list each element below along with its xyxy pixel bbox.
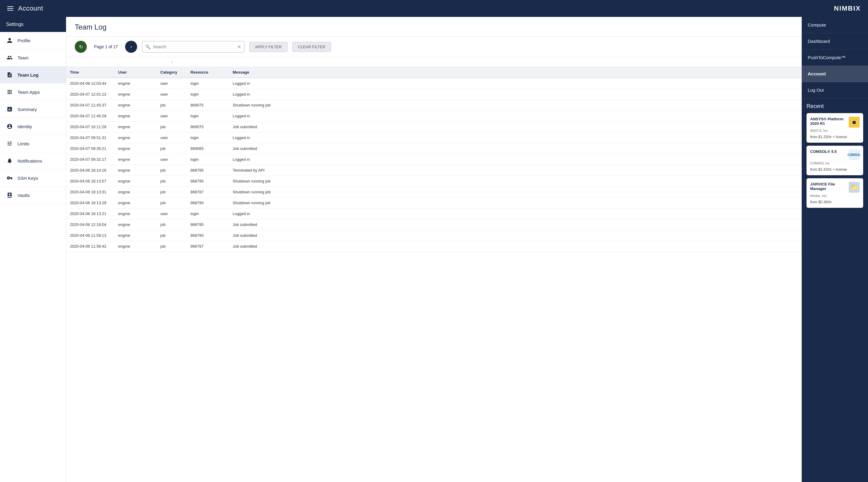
sidebar-item-notifications[interactable]: Notifications bbox=[0, 152, 66, 170]
sidebar-item-ssh-keys[interactable]: SSH Keys bbox=[0, 170, 66, 187]
vault-icon bbox=[6, 192, 13, 199]
recent-card-name-jarvice: JARVICE File Manager bbox=[810, 182, 846, 191]
cell-resource: 868787 bbox=[187, 241, 229, 252]
cell-user: engme bbox=[115, 230, 157, 241]
cell-resource: 868795 bbox=[187, 219, 229, 230]
apps-icon bbox=[6, 88, 13, 95]
cell-user: engme bbox=[115, 176, 157, 187]
recent-card-jarvice[interactable]: JARVICE File Manager 📁 Nimbix, Inc. from… bbox=[807, 178, 863, 208]
cell-message: Logged in bbox=[229, 78, 802, 89]
cell-category: user bbox=[157, 208, 187, 219]
sidebar-item-profile[interactable]: Profile bbox=[0, 32, 66, 49]
col-header-message: Message bbox=[229, 67, 802, 78]
recent-card-comsol[interactable]: COMSOL® 5.5 COMSOL COMSOL Inc. from $2.4… bbox=[807, 146, 863, 175]
col-header-category: Category bbox=[157, 67, 187, 78]
group-icon bbox=[6, 54, 13, 61]
cell-time: 2020-04-06 18:13:21 bbox=[66, 208, 115, 219]
sidebar-item-team-log[interactable]: Team Log bbox=[0, 66, 66, 84]
recent-card-price-comsol: from $2.42/hr + license bbox=[810, 167, 860, 172]
search-input[interactable] bbox=[153, 44, 237, 49]
right-nav-compute[interactable]: Compute bbox=[802, 17, 868, 33]
page-title: Team Log bbox=[75, 23, 793, 31]
cell-category: job bbox=[157, 198, 187, 208]
table-row: 2020-04-07 09:51:31 engme user login Log… bbox=[66, 133, 802, 143]
sidebar-label-team-apps: Team Apps bbox=[18, 90, 40, 95]
sidebar-item-identity[interactable]: Identity bbox=[0, 118, 66, 135]
cell-time: 2020-04-07 12:01:13 bbox=[66, 89, 115, 100]
right-nav-push-to-compute[interactable]: PushToCompute™ bbox=[802, 50, 868, 66]
sidebar-item-team[interactable]: Team bbox=[0, 49, 66, 66]
cell-message: Logged in bbox=[229, 89, 802, 100]
log-table-wrapper: ↕ Time User Category Resource Message bbox=[66, 57, 802, 482]
refresh-button[interactable]: ↻ bbox=[75, 41, 87, 53]
recent-card-price-ansys: from $1.25/hr + license bbox=[810, 135, 860, 139]
cell-user: engme bbox=[115, 100, 157, 111]
ansys-icon: ■ bbox=[849, 117, 860, 127]
sidebar-item-team-apps[interactable]: Team Apps bbox=[0, 84, 66, 101]
next-page-button[interactable]: › bbox=[125, 41, 137, 53]
recent-card-vendor-jarvice: Nimbix, Inc. bbox=[810, 194, 860, 198]
sidebar-label-team: Team bbox=[18, 55, 29, 60]
cell-user: engme bbox=[115, 133, 157, 143]
right-nav-log-out[interactable]: Log Out bbox=[802, 82, 868, 98]
table-row: 2020-04-06 18:13:57 engme job 868795 Shu… bbox=[66, 176, 802, 187]
table-row: 2020-04-06 12:18:04 engme job 868795 Job… bbox=[66, 219, 802, 230]
cell-user: engme bbox=[115, 198, 157, 208]
right-nav-account[interactable]: Account bbox=[802, 66, 868, 82]
cell-time: 2020-04-06 18:14:16 bbox=[66, 165, 115, 176]
search-container: 🔍 ✕ bbox=[142, 41, 244, 53]
jarvice-icon: 📁 bbox=[849, 182, 860, 193]
sidebar-item-vaults[interactable]: Vaults bbox=[0, 187, 66, 204]
apply-filter-button[interactable]: APPLY FILTER bbox=[249, 42, 287, 52]
cell-message: Shutdown running job bbox=[229, 100, 802, 111]
app-title: Account bbox=[18, 4, 43, 12]
recent-card-vendor-comsol: COMSOL Inc. bbox=[810, 161, 860, 165]
cell-user: engme bbox=[115, 143, 157, 154]
cell-time: 2020-04-06 18:13:31 bbox=[66, 187, 115, 198]
cell-category: user bbox=[157, 111, 187, 121]
cell-message: Job submitted bbox=[229, 241, 802, 252]
cell-time: 2020-04-07 11:45:29 bbox=[66, 111, 115, 121]
sidebar-item-summary[interactable]: Summary bbox=[0, 101, 66, 118]
sidebar-label-vaults: Vaults bbox=[18, 193, 30, 198]
cell-time: 2020-04-06 18:13:57 bbox=[66, 176, 115, 187]
clear-search-icon[interactable]: ✕ bbox=[237, 44, 241, 50]
log-table: ↕ Time User Category Resource Message bbox=[66, 57, 802, 252]
bell-icon bbox=[6, 157, 13, 164]
settings-header: Settings bbox=[0, 17, 66, 32]
sidebar-label-identity: Identity bbox=[18, 124, 32, 129]
cell-message: Terminated by API bbox=[229, 165, 802, 176]
table-row: 2020-04-07 11:45:37 engme job 869075 Shu… bbox=[66, 100, 802, 111]
table-row: 2020-04-06 18:13:21 engme user login Log… bbox=[66, 208, 802, 219]
cell-message: Job submitted bbox=[229, 219, 802, 230]
cell-time: 2020-04-06 18:13:29 bbox=[66, 198, 115, 208]
cell-message: Logged in bbox=[229, 133, 802, 143]
log-table-body: 2020-04-08 12:03:44 engme user login Log… bbox=[66, 78, 802, 252]
cell-time: 2020-04-08 12:03:44 bbox=[66, 78, 115, 89]
table-row: 2020-04-07 09:32:17 engme user login Log… bbox=[66, 154, 802, 165]
cell-time: 2020-04-07 10:11:28 bbox=[66, 121, 115, 133]
recent-card-ansys[interactable]: ANSYS® Platform 2020 R1 ■ ANSYS, Inc. fr… bbox=[807, 113, 863, 143]
sidebar-item-limits[interactable]: Limits bbox=[0, 135, 66, 152]
table-row: 2020-04-07 11:45:29 engme user login Log… bbox=[66, 111, 802, 121]
hamburger-menu[interactable] bbox=[7, 6, 13, 10]
clear-filter-button[interactable]: CLEAR FILTER bbox=[292, 42, 331, 52]
cell-message: Job submitted bbox=[229, 230, 802, 241]
sidebar-label-team-log: Team Log bbox=[18, 73, 38, 78]
cell-resource: login bbox=[187, 154, 229, 165]
cell-category: job bbox=[157, 219, 187, 230]
cell-message: Logged in bbox=[229, 111, 802, 121]
nimbix-logo: NIMBIX bbox=[834, 4, 861, 12]
cell-user: engme bbox=[115, 219, 157, 230]
top-header: Account NIMBIX bbox=[0, 0, 868, 17]
table-row: 2020-04-06 18:13:29 engme job 868790 Shu… bbox=[66, 198, 802, 208]
cell-message: Shutdown running job bbox=[229, 176, 802, 187]
main-content: Team Log ↻ Page 1 of 17 › 🔍 ✕ APPLY FILT… bbox=[66, 17, 802, 482]
table-header-row: Time User Category Resource Message bbox=[66, 67, 802, 78]
right-nav-dashboard[interactable]: Dashboard bbox=[802, 33, 868, 50]
cell-resource: 869075 bbox=[187, 121, 229, 133]
cell-category: user bbox=[157, 133, 187, 143]
sidebar-label-summary: Summary bbox=[18, 107, 37, 112]
category-sort-icon[interactable]: ↕ bbox=[171, 60, 173, 64]
table-row: 2020-04-07 09:35:21 engme job 869065 Job… bbox=[66, 143, 802, 154]
